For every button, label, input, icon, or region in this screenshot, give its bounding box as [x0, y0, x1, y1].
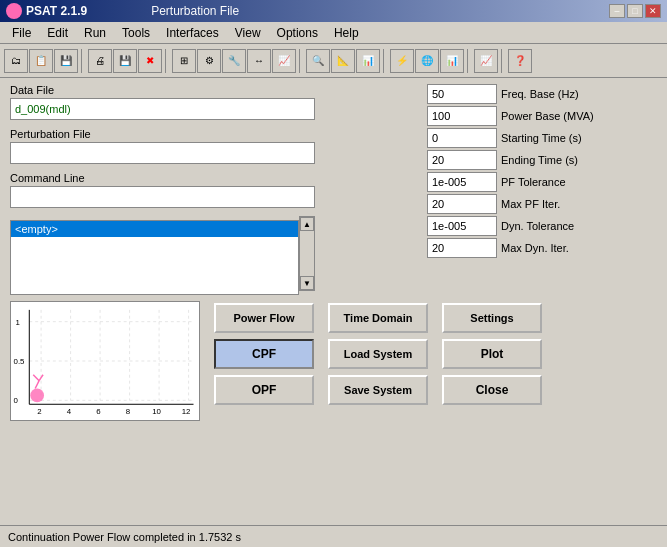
- status-bar: Continuation Power Flow completed in 1.7…: [0, 525, 667, 547]
- svg-point-20: [30, 389, 44, 403]
- toolbar-btn-2[interactable]: 📋: [29, 49, 53, 73]
- secondary-button-group: Time Domain Load System Save System: [328, 303, 428, 405]
- freq-base-label: Freq. Base (Hz): [501, 88, 657, 100]
- max-pf-iter-row: Max PF Iter.: [427, 194, 657, 214]
- close-window-button[interactable]: ✕: [645, 4, 661, 18]
- scroll-down-btn[interactable]: ▼: [300, 276, 314, 290]
- toolbar-btn-9[interactable]: 🔧: [222, 49, 246, 73]
- cpf-button[interactable]: CPF: [214, 339, 314, 369]
- command-line-label: Command Line: [10, 172, 411, 184]
- dyn-tolerance-row: Dyn. Tolerance: [427, 216, 657, 236]
- max-dyn-iter-input[interactable]: [427, 238, 497, 258]
- svg-text:2: 2: [37, 407, 41, 416]
- toolbar-btn-16[interactable]: 🌐: [415, 49, 439, 73]
- dyn-tolerance-label: Dyn. Tolerance: [501, 220, 657, 232]
- output-listbox[interactable]: <empty>: [10, 220, 299, 295]
- max-dyn-iter-row: Max Dyn. Iter.: [427, 238, 657, 258]
- toolbar-btn-7[interactable]: ⊞: [172, 49, 196, 73]
- svg-text:10: 10: [152, 407, 161, 416]
- close-button[interactable]: Close: [442, 375, 542, 405]
- chart-svg: 0 0.5 1 2 4 6 8 10 12: [11, 302, 199, 420]
- toolbar-btn-6[interactable]: ✖: [138, 49, 162, 73]
- toolbar-btn-5[interactable]: 💾: [113, 49, 137, 73]
- app-title: PSAT 2.1.9: [26, 4, 87, 18]
- max-pf-iter-input[interactable]: [427, 194, 497, 214]
- time-domain-button[interactable]: Time Domain: [328, 303, 428, 333]
- data-file-label: Data File: [10, 84, 411, 96]
- chart-area: 0 0.5 1 2 4 6 8 10 12: [10, 301, 200, 421]
- toolbar-btn-14[interactable]: 📊: [356, 49, 380, 73]
- pf-tolerance-input[interactable]: [427, 172, 497, 192]
- primary-button-group: Power Flow CPF OPF: [214, 303, 314, 405]
- toolbar-sep-5: [467, 49, 471, 73]
- svg-text:8: 8: [126, 407, 131, 416]
- menu-edit[interactable]: Edit: [39, 24, 76, 42]
- minimize-button[interactable]: –: [609, 4, 625, 18]
- toolbar-btn-10[interactable]: ↔: [247, 49, 271, 73]
- menu-view[interactable]: View: [227, 24, 269, 42]
- freq-base-input[interactable]: [427, 84, 497, 104]
- menu-help[interactable]: Help: [326, 24, 367, 42]
- perturbation-file-label: Perturbation File: [10, 128, 411, 140]
- toolbar-btn-13[interactable]: 📐: [331, 49, 355, 73]
- toolbar-btn-1[interactable]: 🗂: [4, 49, 28, 73]
- title-bar: PSAT 2.1.9 Perturbation File – □ ✕: [0, 0, 667, 22]
- plot-button[interactable]: Plot: [442, 339, 542, 369]
- menu-file[interactable]: File: [4, 24, 39, 42]
- toolbar-btn-12[interactable]: 🔍: [306, 49, 330, 73]
- toolbar-btn-18[interactable]: 📈: [474, 49, 498, 73]
- max-dyn-iter-label: Max Dyn. Iter.: [501, 242, 657, 254]
- toolbar-sep-2: [165, 49, 169, 73]
- listbox-scrollbar[interactable]: ▲ ▼: [299, 216, 315, 291]
- load-system-button[interactable]: Load System: [328, 339, 428, 369]
- toolbar: 🗂 📋 💾 🖨 💾 ✖ ⊞ ⚙ 🔧 ↔ 📈 🔍 📐 📊 ⚡ 🌐 📊 📈 ❓: [0, 44, 667, 78]
- scroll-up-btn[interactable]: ▲: [300, 217, 314, 231]
- toolbar-btn-17[interactable]: 📊: [440, 49, 464, 73]
- starting-time-row: Starting Time (s): [427, 128, 657, 148]
- opf-button[interactable]: OPF: [214, 375, 314, 405]
- settings-button[interactable]: Settings: [442, 303, 542, 333]
- ending-time-row: Ending Time (s): [427, 150, 657, 170]
- ending-time-input[interactable]: [427, 150, 497, 170]
- menu-options[interactable]: Options: [269, 24, 326, 42]
- menu-tools[interactable]: Tools: [114, 24, 158, 42]
- window-title: Perturbation File: [151, 4, 239, 18]
- maximize-button[interactable]: □: [627, 4, 643, 18]
- power-flow-button[interactable]: Power Flow: [214, 303, 314, 333]
- svg-line-22: [33, 375, 39, 381]
- power-base-input[interactable]: [427, 106, 497, 126]
- starting-time-input[interactable]: [427, 128, 497, 148]
- status-message: Continuation Power Flow completed in 1.7…: [8, 531, 241, 543]
- toolbar-sep-6: [501, 49, 505, 73]
- dyn-tolerance-input[interactable]: [427, 216, 497, 236]
- freq-base-row: Freq. Base (Hz): [427, 84, 657, 104]
- toolbar-btn-3[interactable]: 💾: [54, 49, 78, 73]
- svg-text:1: 1: [16, 318, 20, 327]
- menu-run[interactable]: Run: [76, 24, 114, 42]
- svg-text:6: 6: [96, 407, 101, 416]
- pf-tolerance-row: PF Tolerance: [427, 172, 657, 192]
- toolbar-sep-4: [383, 49, 387, 73]
- data-file-group: Data File: [10, 84, 411, 120]
- svg-text:0.5: 0.5: [14, 357, 26, 366]
- command-line-input[interactable]: [10, 186, 315, 208]
- svg-text:0: 0: [14, 396, 19, 405]
- toolbar-btn-8[interactable]: ⚙: [197, 49, 221, 73]
- pf-tolerance-label: PF Tolerance: [501, 176, 657, 188]
- data-file-input[interactable]: [10, 98, 315, 120]
- menu-bar: File Edit Run Tools Interfaces View Opti…: [0, 22, 667, 44]
- save-system-button[interactable]: Save System: [328, 375, 428, 405]
- toolbar-sep-1: [81, 49, 85, 73]
- app-icon: [6, 3, 22, 19]
- listbox-item-empty[interactable]: <empty>: [11, 221, 298, 237]
- svg-text:4: 4: [67, 407, 72, 416]
- toolbar-btn-11[interactable]: 📈: [272, 49, 296, 73]
- toolbar-btn-help[interactable]: ❓: [508, 49, 532, 73]
- menu-interfaces[interactable]: Interfaces: [158, 24, 227, 42]
- toolbar-btn-15[interactable]: ⚡: [390, 49, 414, 73]
- svg-text:12: 12: [182, 407, 191, 416]
- tertiary-button-group: Settings Plot Close: [442, 303, 542, 405]
- perturbation-file-input[interactable]: [10, 142, 315, 164]
- power-base-label: Power Base (MVA): [501, 110, 657, 122]
- toolbar-btn-4[interactable]: 🖨: [88, 49, 112, 73]
